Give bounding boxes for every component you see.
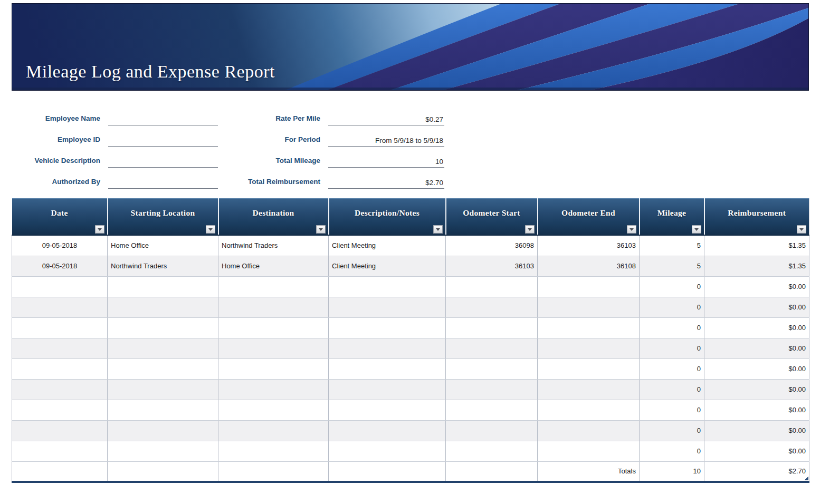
table-cell[interactable] [108, 358, 218, 379]
table-cell[interactable] [218, 441, 329, 461]
filter-dropdown-button[interactable] [95, 225, 104, 234]
table-cell[interactable] [329, 297, 446, 317]
table-cell[interactable] [446, 317, 538, 338]
employee-name-input[interactable] [108, 109, 218, 125]
authorized-by-input[interactable] [108, 172, 218, 189]
table-cell[interactable]: $0.00 [704, 441, 809, 461]
table-cell[interactable] [538, 379, 640, 400]
table-cell[interactable] [538, 276, 640, 297]
table-cell[interactable]: Home Office [218, 256, 329, 276]
table-cell[interactable] [538, 441, 640, 461]
table-cell[interactable] [108, 338, 218, 358]
table-cell[interactable] [218, 420, 329, 441]
table-cell[interactable] [329, 338, 446, 358]
table-cell[interactable] [108, 420, 218, 441]
table-cell[interactable] [329, 358, 446, 379]
table-cell[interactable] [108, 441, 218, 461]
table-cell[interactable]: 0 [640, 276, 704, 297]
table-cell[interactable] [538, 358, 640, 379]
table-cell[interactable]: 0 [640, 400, 704, 420]
table-cell[interactable] [218, 338, 329, 358]
table-cell[interactable] [12, 358, 108, 379]
table-cell[interactable] [446, 276, 538, 297]
table-cell[interactable]: 0 [640, 358, 704, 379]
table-cell[interactable]: Home Office [108, 235, 218, 256]
table-cell[interactable] [538, 317, 640, 338]
table-cell[interactable] [108, 297, 218, 317]
table-cell[interactable]: $0.00 [704, 297, 809, 317]
table-cell[interactable] [446, 379, 538, 400]
table-cell[interactable] [446, 420, 538, 441]
table-cell[interactable]: $0.00 [704, 317, 809, 338]
for-period-input[interactable]: From 5/9/18 to 5/9/18 [328, 130, 444, 147]
table-cell[interactable]: 5 [640, 235, 704, 256]
filter-dropdown-button[interactable] [206, 225, 215, 234]
table-cell[interactable] [12, 297, 108, 317]
table-cell[interactable]: $1.35 [704, 235, 809, 256]
total-reimbursement-input[interactable]: $2.70 [328, 172, 444, 189]
table-cell[interactable] [329, 441, 446, 461]
rate-per-mile-input[interactable]: $0.27 [328, 109, 444, 125]
table-cell[interactable] [218, 400, 329, 420]
table-cell[interactable]: 0 [640, 379, 704, 400]
table-cell[interactable] [218, 358, 329, 379]
table-cell[interactable] [218, 317, 329, 338]
table-cell[interactable] [12, 379, 108, 400]
vehicle-description-input[interactable] [108, 151, 218, 168]
table-cell[interactable] [108, 379, 218, 400]
table-cell[interactable]: $0.00 [704, 276, 809, 297]
table-cell[interactable]: Client Meeting [329, 235, 446, 256]
table-cell[interactable] [329, 317, 446, 338]
table-cell[interactable]: $0.00 [704, 420, 809, 441]
table-cell[interactable] [218, 297, 329, 317]
table-cell[interactable] [446, 338, 538, 358]
table-cell[interactable]: $0.00 [704, 338, 809, 358]
table-cell[interactable] [329, 379, 446, 400]
table-cell[interactable] [108, 276, 218, 297]
table-cell[interactable]: 0 [640, 420, 704, 441]
total-mileage-input[interactable]: 10 [328, 151, 444, 168]
table-cell[interactable] [538, 420, 640, 441]
table-cell[interactable] [329, 276, 446, 297]
table-cell[interactable]: Northwind Traders [108, 256, 218, 276]
table-cell[interactable]: 36103 [446, 256, 538, 276]
filter-dropdown-button[interactable] [525, 225, 535, 234]
table-cell[interactable]: Northwind Traders [218, 235, 329, 256]
table-cell[interactable] [446, 461, 538, 482]
table-cell[interactable]: 0 [640, 317, 704, 338]
table-cell[interactable] [329, 461, 446, 482]
table-cell[interactable]: 0 [640, 297, 704, 317]
table-cell[interactable] [12, 276, 108, 297]
table-cell[interactable] [446, 358, 538, 379]
table-cell[interactable] [218, 276, 329, 297]
table-cell[interactable]: $0.00 [704, 379, 809, 400]
table-cell[interactable] [12, 441, 108, 461]
table-cell[interactable] [218, 379, 329, 400]
table-cell[interactable]: 10 [640, 461, 704, 482]
table-cell[interactable] [108, 317, 218, 338]
table-cell[interactable] [12, 317, 108, 338]
table-cell[interactable] [446, 400, 538, 420]
table-cell[interactable]: $0.00 [704, 358, 809, 379]
table-cell[interactable] [12, 461, 108, 482]
table-cell[interactable] [446, 297, 538, 317]
filter-dropdown-button[interactable] [797, 225, 806, 234]
table-cell[interactable]: 36108 [538, 256, 640, 276]
table-cell[interactable] [538, 338, 640, 358]
table-cell[interactable]: 36098 [446, 235, 538, 256]
table-cell[interactable]: 09-05-2018 [12, 256, 108, 276]
table-cell[interactable]: $2.70 [704, 461, 809, 482]
filter-dropdown-button[interactable] [316, 225, 326, 234]
filter-dropdown-button[interactable] [433, 225, 443, 234]
filter-dropdown-button[interactable] [692, 225, 701, 234]
table-cell[interactable]: Client Meeting [329, 256, 446, 276]
table-cell[interactable] [446, 441, 538, 461]
table-cell[interactable]: 0 [640, 338, 704, 358]
table-cell[interactable]: 36103 [538, 235, 640, 256]
table-cell[interactable]: 5 [640, 256, 704, 276]
table-cell[interactable]: $1.35 [704, 256, 809, 276]
table-cell[interactable] [108, 461, 218, 482]
table-cell[interactable] [12, 420, 108, 441]
table-cell[interactable] [218, 461, 329, 482]
filter-dropdown-button[interactable] [627, 225, 636, 234]
